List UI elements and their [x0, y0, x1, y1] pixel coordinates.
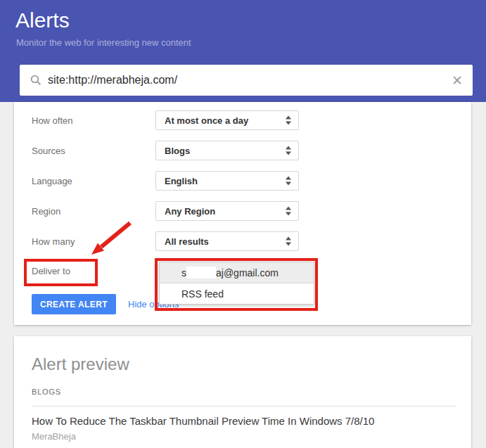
rss-feed-label: RSS feed — [181, 288, 224, 300]
language-select[interactable]: English — [155, 171, 299, 191]
deliver-option-email[interactable]: saj@gmail.com — [160, 262, 314, 283]
header: Alerts Monitor the web for interesting n… — [0, 0, 486, 102]
email-suffix: aj@gmail.com — [216, 267, 279, 279]
region-value: Any Region — [165, 206, 215, 217]
preview-article-source: MeraBheja — [32, 431, 76, 442]
sources-value: Blogs — [165, 146, 190, 156]
sources-label: Sources — [32, 146, 65, 156]
search-bar: ✕ — [20, 65, 473, 96]
how-often-select[interactable]: At most once a day — [155, 110, 299, 130]
how-often-value: At most once a day — [165, 115, 248, 126]
search-input[interactable] — [48, 70, 452, 91]
clear-search-icon[interactable]: ✕ — [452, 74, 463, 87]
preview-article-title[interactable]: How To Reduce The Taskbar Thumbnail Prev… — [32, 415, 374, 427]
region-select[interactable]: Any Region — [155, 201, 299, 221]
email-prefix: s — [181, 267, 186, 279]
deliver-to-dropdown: saj@gmail.com RSS feed — [159, 262, 314, 305]
region-label: Region — [32, 206, 60, 217]
search-icon — [30, 75, 41, 86]
language-label: Language — [32, 176, 72, 186]
redacted-email-segment — [186, 267, 216, 279]
blogs-section-label: BLOGS — [32, 388, 61, 396]
deliver-option-rss[interactable]: RSS feed — [160, 283, 314, 305]
how-many-label: How many — [32, 236, 75, 247]
how-often-label: How often — [32, 115, 73, 126]
how-many-value: All results — [165, 236, 209, 247]
up-down-arrows-icon — [286, 116, 291, 125]
up-down-arrows-icon — [286, 207, 291, 216]
deliver-to-label: Deliver to — [32, 266, 70, 276]
up-down-arrows-icon — [286, 237, 291, 246]
sources-select[interactable]: Blogs — [155, 141, 299, 160]
create-alert-button[interactable]: CREATE ALERT — [32, 294, 116, 314]
language-value: English — [165, 176, 198, 186]
page-title: Alerts — [15, 8, 70, 32]
section-divider — [32, 406, 456, 407]
alert-preview-card: Alert preview BLOGS How To Reduce The Ta… — [14, 336, 471, 448]
up-down-arrows-icon — [286, 177, 291, 186]
page-subtitle: Monitor the web for interesting new cont… — [16, 37, 191, 48]
alert-preview-title: Alert preview — [32, 354, 129, 374]
how-many-select[interactable]: All results — [155, 231, 299, 251]
up-down-arrows-icon — [286, 146, 291, 155]
